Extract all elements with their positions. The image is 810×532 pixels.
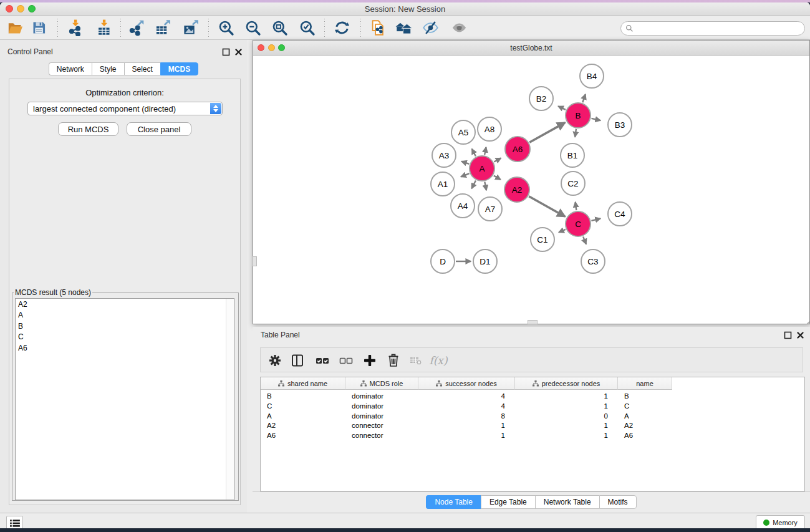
table-cell: A: [261, 411, 345, 421]
svg-text:A4: A4: [458, 201, 468, 211]
search-icon: [625, 24, 634, 32]
export-image-icon[interactable]: [180, 18, 200, 37]
zoom-selected-icon[interactable]: [297, 18, 317, 37]
graph-node-D1[interactable]: D1: [473, 249, 497, 273]
graph-node-A2[interactable]: A2: [504, 177, 529, 202]
graph-node-A4[interactable]: A4: [451, 194, 475, 218]
tab-network-table[interactable]: Network Table: [535, 495, 599, 509]
column-header-predecessor-nodes[interactable]: predecessor nodes: [515, 377, 618, 390]
toolbar-separator: [324, 19, 325, 37]
graph-edge-A6-B: [529, 123, 565, 143]
table-row-C[interactable]: Cdominator41C: [261, 401, 804, 411]
close-panel-icon[interactable]: [234, 48, 243, 56]
graph-node-B4[interactable]: B4: [580, 64, 604, 88]
graph-node-C4[interactable]: C4: [608, 202, 632, 226]
save-session-icon[interactable]: [29, 18, 49, 37]
memory-label: Memory: [773, 519, 798, 526]
delete-column-icon[interactable]: [384, 352, 403, 369]
table-cell: 1: [515, 391, 618, 401]
splitter-grip[interactable]: [528, 320, 538, 324]
export-table-icon[interactable]: [152, 18, 172, 37]
graph-node-B2[interactable]: B2: [529, 87, 553, 110]
graph-edge-B-B1: [575, 129, 576, 137]
tab-network[interactable]: Network: [49, 62, 92, 75]
zoom-in-icon[interactable]: [216, 18, 236, 37]
float-panel-icon[interactable]: [222, 48, 230, 56]
svg-text:A7: A7: [485, 205, 496, 214]
add-column-icon[interactable]: [360, 352, 379, 369]
mcds-result-item[interactable]: B: [16, 321, 234, 332]
import-network-icon[interactable]: [65, 18, 85, 37]
graph-node-C3[interactable]: C3: [581, 249, 605, 273]
optimization-criterion-select[interactable]: largest connected component (directed): [27, 102, 223, 115]
tab-select[interactable]: Select: [124, 62, 160, 75]
splitter-grip[interactable]: [253, 256, 257, 266]
graph-node-D[interactable]: D: [431, 249, 455, 273]
show-columns-icon[interactable]: [288, 352, 307, 369]
graph-node-A3[interactable]: A3: [432, 143, 456, 167]
table-row-A6[interactable]: A6connector11A6: [261, 430, 804, 440]
run-mcds-button[interactable]: Run MCDS: [58, 122, 118, 136]
table-options-gear-icon[interactable]: [266, 352, 284, 369]
graph-node-A6[interactable]: A6: [505, 137, 530, 162]
column-header-MCDS-role[interactable]: MCDS role: [345, 377, 418, 390]
mcds-result-item[interactable]: A2: [16, 299, 234, 310]
tab-mcds[interactable]: MCDS: [160, 62, 198, 75]
svg-text:C3: C3: [587, 257, 598, 266]
graph-node-A8[interactable]: A8: [478, 117, 501, 141]
show-all-icon[interactable]: [449, 18, 469, 37]
first-neighbors-icon[interactable]: [393, 18, 413, 37]
graph-node-C1[interactable]: C1: [531, 228, 554, 251]
column-header-shared-name[interactable]: shared name: [261, 377, 345, 390]
svg-text:A8: A8: [485, 125, 495, 134]
table-row-A2[interactable]: A2connector11A2: [261, 420, 804, 430]
search-input[interactable]: [634, 22, 804, 35]
graph-node-B3[interactable]: B3: [608, 113, 632, 137]
table-row-A[interactable]: Adominator80A: [261, 411, 804, 421]
apply-layout-icon[interactable]: [332, 18, 352, 37]
node-table: shared nameMCDS rolesuccessor nodesprede…: [260, 377, 805, 491]
main-toolbar: [0, 16, 810, 40]
mcds-result-item[interactable]: A6: [16, 342, 234, 354]
scrollbar-track[interactable]: [226, 299, 234, 500]
memory-button[interactable]: Memory: [756, 515, 805, 528]
tab-node-table[interactable]: Node Table: [426, 495, 481, 509]
network-canvas[interactable]: B4B2BB3A5A8A6B1A3AC2A1A2A4A7C4CC1C3DD1: [253, 56, 809, 324]
task-history-button[interactable]: [6, 516, 23, 528]
graph-node-B[interactable]: B: [566, 103, 591, 128]
import-table-icon[interactable]: [94, 18, 113, 37]
zoom-out-icon[interactable]: [243, 18, 263, 37]
mcds-result-item[interactable]: A: [16, 310, 234, 321]
select-all-icon[interactable]: [313, 352, 332, 369]
tab-motifs[interactable]: Motifs: [599, 495, 637, 509]
graph-edge-C-C2: [576, 202, 577, 210]
graph-node-A[interactable]: A: [470, 156, 494, 181]
close-panel-button[interactable]: Close panel: [127, 122, 191, 136]
graph-edge-B-B4: [582, 94, 586, 102]
column-header-successor-nodes[interactable]: successor nodes: [418, 377, 515, 390]
close-panel-icon[interactable]: [796, 331, 804, 339]
graph-node-A5[interactable]: A5: [451, 120, 475, 144]
column-header-name[interactable]: name: [618, 377, 672, 390]
graph-node-C2[interactable]: C2: [561, 172, 585, 195]
zoom-fit-icon[interactable]: [269, 18, 289, 37]
deselect-all-icon[interactable]: [337, 352, 355, 369]
float-panel-icon[interactable]: [784, 331, 792, 339]
tab-style[interactable]: Style: [92, 62, 124, 75]
table-row-B[interactable]: Bdominator41B: [261, 391, 804, 401]
clone-network-icon[interactable]: [367, 18, 387, 37]
open-session-icon[interactable]: [5, 18, 25, 37]
table-cell: C: [618, 401, 672, 411]
graph-node-B1[interactable]: B1: [561, 143, 584, 167]
tab-edge-table[interactable]: Edge Table: [481, 495, 535, 509]
resize-grip-icon[interactable]: [801, 315, 809, 324]
graph-edge-C-C1: [559, 230, 566, 233]
graph-node-A1[interactable]: A1: [431, 172, 455, 196]
hide-selected-icon[interactable]: [420, 18, 440, 37]
graph-node-C[interactable]: C: [566, 211, 591, 236]
delete-table-icon[interactable]: [407, 352, 425, 369]
export-network-icon[interactable]: [126, 18, 146, 37]
divider: [253, 491, 810, 492]
mcds-result-item[interactable]: C: [16, 332, 234, 343]
graph-node-A7[interactable]: A7: [478, 197, 502, 221]
